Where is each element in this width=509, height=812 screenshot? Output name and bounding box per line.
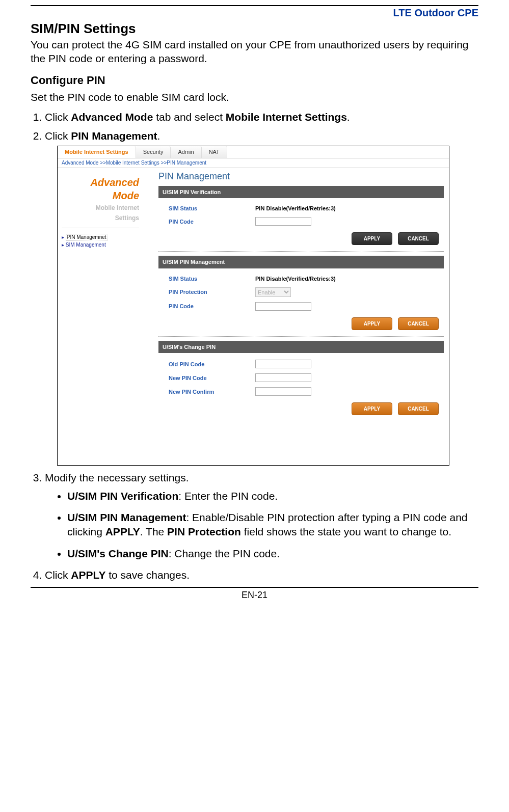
intro-text: You can protect the 4G SIM card installe… xyxy=(31,38,478,66)
sim-status-value-1: PIN Disable(Verified/Retries:3) xyxy=(255,205,440,212)
step-1-text-b: tab and select xyxy=(153,111,225,123)
panel-management-body: SIM Status PIN Disable(Verified/Retries:… xyxy=(158,268,444,314)
row-old-pin: Old PIN Code xyxy=(169,357,440,371)
sim-status-label-1: SIM Status xyxy=(169,205,255,212)
pin-code-input-2[interactable] xyxy=(255,302,311,311)
bullet-list: U/SIM PIN Verification: Enter the PIN co… xyxy=(45,489,478,561)
sidebar-title-line2: Mode xyxy=(62,189,139,202)
cancel-button-3[interactable]: CANCEL xyxy=(398,402,439,415)
steps-list: Click Advanced Mode tab and select Mobil… xyxy=(31,110,478,582)
tab-nat[interactable]: NAT xyxy=(202,146,227,158)
step-4-text-b: to save changes. xyxy=(105,569,190,581)
apply-button-1[interactable]: APPLY xyxy=(352,232,392,245)
breadcrumb: Advanced Mode >>Mobile Internet Settings… xyxy=(58,158,449,168)
row-new-pin: New PIN Code xyxy=(169,371,440,385)
panel-verification: U/SIM PIN Verification SIM Status PIN Di… xyxy=(158,186,444,249)
main-title: PIN Management xyxy=(158,171,444,182)
row-sim-status-2: SIM Status PIN Disable(Verified/Retries:… xyxy=(169,273,440,285)
screenshot-figure: Mobile Internet Settings Security Admin … xyxy=(57,146,449,466)
bottom-rule xyxy=(31,587,478,588)
row-new-pin-confirm: New PIN Confirm xyxy=(169,385,440,398)
new-pin-label: New PIN Code xyxy=(169,374,255,382)
brand-header: LTE Outdoor CPE xyxy=(31,7,478,19)
button-row-1: APPLY CANCEL xyxy=(158,229,444,248)
step-4: Click APPLY to save changes. xyxy=(45,568,478,582)
pin-code-input-1[interactable] xyxy=(255,217,311,226)
panel-management: U/SIM PIN Management SIM Status PIN Disa… xyxy=(158,256,444,333)
sidebar-subtitle-line2: Settings xyxy=(62,214,139,223)
panel-change-pin-header: U/SIM's Change PIN xyxy=(158,341,444,353)
step-4-bold: APPLY xyxy=(71,569,105,581)
step-1-text-a: Click xyxy=(45,111,71,123)
step-2: Click PIN Management. Mobile Internet Se… xyxy=(45,129,478,466)
sidebar-link-sim-label: SIM Management xyxy=(66,242,106,248)
step-1-bold-1: Advanced Mode xyxy=(71,111,153,123)
top-rule xyxy=(31,5,478,6)
bullet-3-bold: U/SIM's Change PIN xyxy=(67,548,169,559)
bullet-1: U/SIM PIN Verification: Enter the PIN co… xyxy=(67,489,478,503)
bullet-2-bold-1: U/SIM PIN Management xyxy=(67,511,186,523)
sim-status-value-2: PIN Disable(Verified/Retries:3) xyxy=(255,275,440,282)
tab-bar: Mobile Internet Settings Security Admin … xyxy=(58,146,449,158)
page-footer: EN-21 xyxy=(31,590,478,601)
divider-2 xyxy=(158,336,444,337)
row-pin-protection: PIN Protection Enable xyxy=(169,285,440,300)
section-text: Set the PIN code to enable SIM card lock… xyxy=(31,90,478,104)
new-pin-confirm-label: New PIN Confirm xyxy=(169,388,255,395)
old-pin-input[interactable] xyxy=(255,360,311,368)
sidebar-link-pin-label: PIN Managemnet xyxy=(66,234,108,240)
main-panel: PIN Management U/SIM PIN Verification SI… xyxy=(143,168,449,464)
button-row-2: APPLY CANCEL xyxy=(158,314,444,333)
button-row-3: APPLY CANCEL xyxy=(158,399,444,418)
cancel-button-2[interactable]: CANCEL xyxy=(398,317,439,330)
pin-code-label-2: PIN Code xyxy=(169,303,255,310)
bullet-2-text-3: field shows the state you want to change… xyxy=(241,526,451,537)
sidebar-title-line1: Advanced xyxy=(62,176,139,189)
bullet-2-bold-3: PIN Protection xyxy=(167,526,241,537)
bullet-2: U/SIM PIN Management: Enable/Disable PIN… xyxy=(67,510,478,539)
step-3-text: Modify the necessary settings. xyxy=(45,472,189,483)
pin-protection-label: PIN Protection xyxy=(169,288,255,295)
tab-admin[interactable]: Admin xyxy=(171,146,201,158)
sidebar-link-pin-management[interactable]: ▸ PIN Managemnet xyxy=(62,233,139,241)
old-pin-label: Old PIN Code xyxy=(169,361,255,368)
pin-protection-select[interactable]: Enable xyxy=(255,287,291,297)
sim-status-label-2: SIM Status xyxy=(169,275,255,282)
step-2-bold: PIN Management xyxy=(71,130,157,142)
step-2-text-b: . xyxy=(157,130,160,142)
tab-security[interactable]: Security xyxy=(136,146,171,158)
bullet-3-text: : Change the PIN code. xyxy=(169,548,280,559)
panel-management-header: U/SIM PIN Management xyxy=(158,256,444,268)
panel-verification-header: U/SIM PIN Verification xyxy=(158,186,444,198)
panel-verification-body: SIM Status PIN Disable(Verified/Retries:… xyxy=(158,198,444,229)
apply-button-3[interactable]: APPLY xyxy=(352,402,392,415)
bullet-1-text: : Enter the PIN code. xyxy=(178,490,278,502)
step-2-text-a: Click xyxy=(45,130,71,142)
apply-button-2[interactable]: APPLY xyxy=(352,317,392,330)
tab-mobile-internet-settings[interactable]: Mobile Internet Settings xyxy=(58,146,136,158)
step-4-text-a: Click xyxy=(45,569,71,581)
row-pin-code-2: PIN Code xyxy=(169,300,440,313)
sidebar-link-sim-management[interactable]: ▸ SIM Management xyxy=(62,241,139,249)
sidebar-divider xyxy=(62,228,139,228)
step-3: Modify the necessary settings. U/SIM PIN… xyxy=(45,471,478,561)
bullet-2-bold-2: APPLY xyxy=(105,526,140,537)
page-title: SIM/PIN Settings xyxy=(31,21,478,37)
step-1-bold-2: Mobile Internet Settings xyxy=(226,111,347,123)
divider-1 xyxy=(158,251,444,252)
sidebar: Advanced Mode Mobile Internet Settings ▸… xyxy=(58,168,143,464)
row-sim-status-1: SIM Status PIN Disable(Verified/Retries:… xyxy=(169,202,440,214)
new-pin-confirm-input[interactable] xyxy=(255,387,311,396)
step-1: Click Advanced Mode tab and select Mobil… xyxy=(45,110,478,124)
new-pin-input[interactable] xyxy=(255,373,311,382)
sidebar-subtitle-line1: Mobile Internet xyxy=(62,204,139,212)
panel-change-pin: U/SIM's Change PIN Old PIN Code New PIN … xyxy=(158,341,444,418)
section-heading: Configure PIN xyxy=(31,74,478,87)
bullet-1-bold: U/SIM PIN Verification xyxy=(67,490,178,502)
bullet-3: U/SIM's Change PIN: Change the PIN code. xyxy=(67,547,478,561)
pin-code-label-1: PIN Code xyxy=(169,218,255,225)
cancel-button-1[interactable]: CANCEL xyxy=(398,232,439,245)
bullet-2-text-2: . The xyxy=(140,526,167,537)
layout-row: Advanced Mode Mobile Internet Settings ▸… xyxy=(58,168,449,464)
panel-change-pin-body: Old PIN Code New PIN Code New PIN Confir… xyxy=(158,353,444,399)
